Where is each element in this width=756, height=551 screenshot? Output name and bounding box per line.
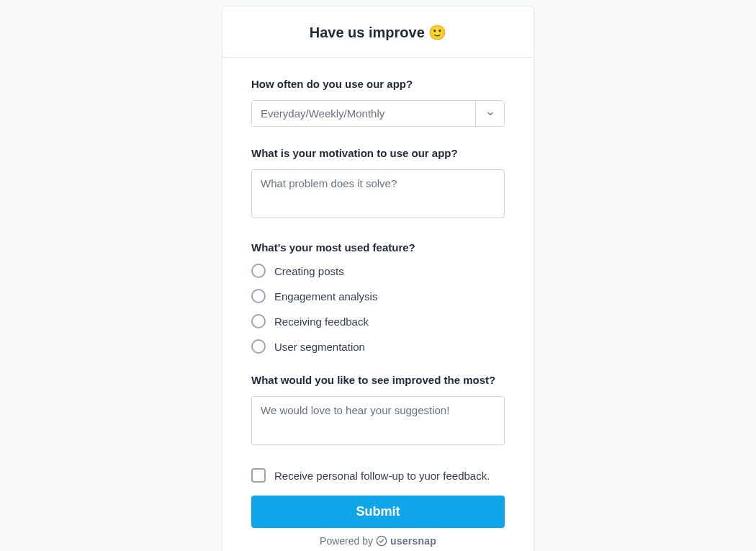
textarea-motivation[interactable] bbox=[251, 169, 505, 218]
radio-item-engagement-analysis[interactable]: Engagement analysis bbox=[251, 289, 505, 303]
select-usage-frequency[interactable]: Everyday/Weekly/Monthly bbox=[251, 100, 505, 127]
radio-item-creating-posts[interactable]: Creating posts bbox=[251, 264, 505, 278]
card-header: Have us improve 🙂 bbox=[222, 6, 534, 58]
label-motivation: What is your motivation to use our app? bbox=[251, 147, 505, 159]
powered-by: Powered by usersnap bbox=[251, 535, 505, 547]
checkbox-followup-row: Receive personal follow-up to yuor feedb… bbox=[251, 468, 505, 483]
textarea-improvement[interactable] bbox=[251, 396, 505, 445]
field-motivation: What is your motivation to use our app? bbox=[251, 147, 505, 221]
powered-by-brand: usersnap bbox=[390, 535, 436, 547]
radio-item-user-segmentation[interactable]: User segmentation bbox=[251, 339, 505, 354]
select-placeholder: Everyday/Weekly/Monthly bbox=[252, 101, 475, 126]
chevron-down-icon bbox=[475, 101, 504, 126]
radio-label: Receiving feedback bbox=[274, 315, 369, 328]
checkbox-followup[interactable] bbox=[251, 468, 266, 483]
svg-point-0 bbox=[377, 536, 386, 545]
checkbox-followup-label: Receive personal follow-up to yuor feedb… bbox=[274, 470, 490, 482]
label-most-used-feature: What's your most used feature? bbox=[251, 241, 505, 254]
card-title: Have us improve 🙂 bbox=[310, 24, 447, 40]
field-usage-frequency: How often do you use our app? Everyday/W… bbox=[251, 78, 505, 127]
radio-label: Creating posts bbox=[274, 265, 344, 277]
label-usage-frequency: How often do you use our app? bbox=[251, 78, 505, 90]
field-improvement: What would you like to see improved the … bbox=[251, 374, 505, 448]
radio-item-receiving-feedback[interactable]: Receiving feedback bbox=[251, 314, 505, 328]
radio-icon bbox=[251, 289, 266, 303]
usersnap-logo-icon bbox=[376, 535, 387, 547]
radio-label: Engagement analysis bbox=[274, 290, 377, 303]
radio-label: User segmentation bbox=[274, 341, 365, 353]
feedback-card: Have us improve 🙂 How often do you use o… bbox=[222, 6, 534, 551]
radio-icon bbox=[251, 339, 266, 354]
submit-button[interactable]: Submit bbox=[251, 496, 505, 528]
powered-by-text: Powered by bbox=[320, 535, 373, 547]
radio-icon bbox=[251, 264, 266, 278]
card-body: How often do you use our app? Everyday/W… bbox=[222, 58, 534, 551]
radio-icon bbox=[251, 314, 266, 328]
radio-group-feature: Creating posts Engagement analysis Recei… bbox=[251, 264, 505, 354]
label-improvement: What would you like to see improved the … bbox=[251, 374, 505, 386]
field-most-used-feature: What's your most used feature? Creating … bbox=[251, 241, 505, 354]
